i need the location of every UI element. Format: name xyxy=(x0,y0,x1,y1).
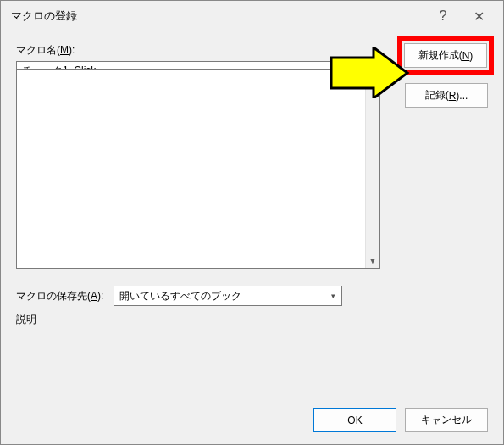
macro-listbox[interactable]: ▲ ▼ xyxy=(16,69,380,269)
access-key: R xyxy=(449,90,457,102)
button-text: )... xyxy=(456,90,468,102)
access-key: N xyxy=(462,50,470,62)
macro-register-dialog: マクロの登録 ? ✕ マクロ名(M): 新規作成(N) 記録(R)... ▲ ▼ xyxy=(0,0,504,445)
access-key: M xyxy=(60,44,69,56)
record-button[interactable]: 記録(R)... xyxy=(405,83,488,108)
scrollbar[interactable]: ▲ ▼ xyxy=(365,70,379,268)
cancel-button[interactable]: キャンセル xyxy=(405,408,488,432)
label-text: ): xyxy=(97,290,103,302)
save-to-row: マクロの保存先(A): 開いているすべてのブック ▾ xyxy=(16,286,488,306)
titlebar: マクロの登録 ? ✕ xyxy=(1,1,503,31)
dialog-body: マクロ名(M): 新規作成(N) 記録(R)... ▲ ▼ マクロの保存先(A)… xyxy=(16,43,488,393)
save-to-label: マクロの保存先(A): xyxy=(16,289,103,303)
label-text: ): xyxy=(69,44,75,56)
new-button[interactable]: 新規作成(N) xyxy=(404,43,487,68)
dialog-title: マクロの登録 xyxy=(11,8,425,24)
scroll-track[interactable] xyxy=(366,84,379,253)
button-text: 記録( xyxy=(425,88,449,103)
ok-button[interactable]: OK xyxy=(313,408,396,432)
footer-buttons: OK キャンセル xyxy=(313,408,488,432)
label-text: マクロ名( xyxy=(16,44,60,56)
button-text: ) xyxy=(469,50,473,62)
scroll-down-icon[interactable]: ▼ xyxy=(366,253,379,268)
chevron-down-icon: ▾ xyxy=(324,286,341,305)
highlight-box: 新規作成(N) xyxy=(397,36,494,75)
button-text: 新規作成( xyxy=(418,48,462,63)
access-key: A xyxy=(91,290,97,302)
select-value: 開いているすべてのブック xyxy=(114,286,342,306)
save-to-select[interactable]: 開いているすべてのブック ▾ xyxy=(114,286,342,306)
help-button[interactable]: ? xyxy=(425,4,461,28)
close-button[interactable]: ✕ xyxy=(461,4,496,28)
listbox-content xyxy=(17,70,365,268)
scroll-up-icon[interactable]: ▲ xyxy=(366,70,379,84)
label-text: マクロの保存先( xyxy=(16,290,91,302)
description-label: 説明 xyxy=(16,313,36,327)
